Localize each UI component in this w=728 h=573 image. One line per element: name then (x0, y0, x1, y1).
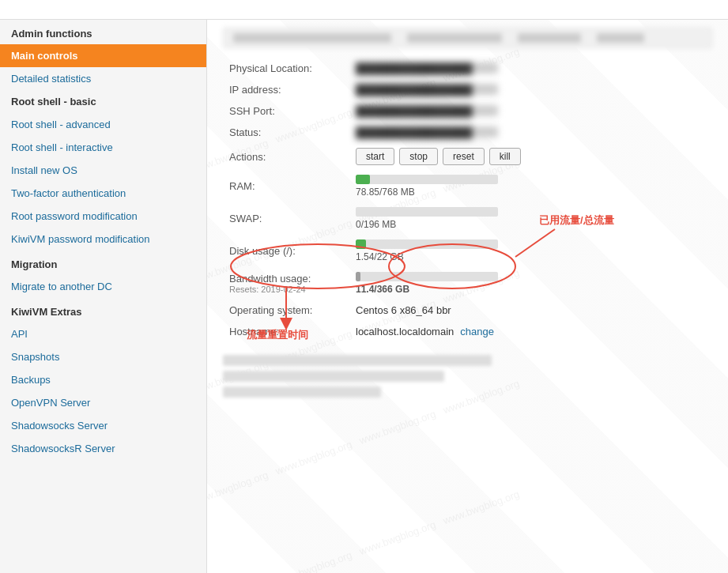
field-value-9: Centos 6 x86_64 bbr (349, 300, 712, 321)
bandwidth-row: Bandwidth usage:Resets: 2019-02-2411.4/3… (223, 267, 712, 300)
progress-bg-6 (356, 207, 498, 217)
field-label-2: SSH Port: (223, 100, 349, 122)
sidebar-section-title-2: KiwiVM Extras (0, 298, 206, 322)
sidebar-item-root-password-modification[interactable]: Root password modification (0, 205, 206, 228)
info-row-10: Hostname:localhost.localdomainchange (223, 321, 712, 342)
sidebar-item-root-shell---interactive[interactable]: Root shell - interactive (0, 136, 206, 159)
sidebar-item-root-shell---basic[interactable]: Root shell - basic (0, 90, 206, 113)
kill-button[interactable]: kill (489, 148, 521, 165)
progress-label-6: 0/196 MB (356, 219, 706, 230)
progress-label-5: 78.85/768 MB (356, 187, 706, 198)
progress-fill-5 (356, 175, 370, 184)
field-label-10: Hostname: (223, 321, 349, 342)
field-label-8: Bandwidth usage:Resets: 2019-02-24 (223, 267, 349, 300)
progress-container-8: 11.4/366 GB (356, 272, 706, 295)
field-value-2: ████████████████ (349, 100, 712, 122)
field-value-6: 0/196 MB (349, 202, 712, 235)
sidebar-section-title-1: Migration (0, 251, 206, 275)
field-value-10: localhost.localdomainchange (349, 321, 712, 342)
sidebar-item-install-new-os[interactable]: Install new OS (0, 159, 206, 182)
progress-label-8: 11.4/366 GB (356, 284, 706, 295)
header (0, 0, 728, 20)
progress-bg-7 (356, 239, 498, 249)
hostname-value: localhost.localdomain (356, 326, 454, 337)
sidebar-item-detailed-statistics[interactable]: Detailed statistics (0, 67, 206, 90)
progress-fill-7 (356, 239, 366, 249)
field-value-1: ████████████████ (349, 79, 712, 100)
progress-fill-8 (356, 272, 360, 281)
info-row-5: RAM:78.85/768 MB (223, 170, 712, 202)
blurred-value-0: ████████████████ (356, 62, 498, 74)
content-area: Physical Location:████████████████IP add… (223, 28, 712, 398)
field-label-0: Physical Location: (223, 58, 349, 79)
sidebar-item-migrate-to-another-dc[interactable]: Migrate to another DC (0, 275, 206, 298)
top-info-bar (223, 28, 712, 48)
blurred-value-3: ████████████████ (356, 126, 498, 138)
info-row-6: SWAP:0/196 MB (223, 202, 712, 235)
field-label-7: Disk usage (/): (223, 235, 349, 267)
sidebar-item-snapshots[interactable]: Snapshots (0, 345, 206, 368)
start-button[interactable]: start (356, 148, 394, 165)
sidebar-item-two-factor-authentication[interactable]: Two-factor authentication (0, 182, 206, 205)
sidebar: Admin functionsMain controlsDetailed sta… (0, 20, 207, 573)
field-label-1: IP address: (223, 79, 349, 100)
main-content: www.bwgblog.org www.bwgblog.org www.bwgb… (207, 20, 728, 573)
blurred-value-1: ████████████████ (356, 84, 498, 95)
field-label-6: SWAP: (223, 202, 349, 235)
sidebar-item-main-controls[interactable]: Main controls (0, 44, 206, 67)
info-row-4: Actions:startstopresetkill (223, 143, 712, 170)
info-row-0: Physical Location:████████████████ (223, 58, 712, 79)
progress-container-5: 78.85/768 MB (356, 175, 706, 198)
sidebar-item-shadowsocks-server[interactable]: Shadowsocks Server (0, 414, 206, 437)
sidebar-item-shadowsocksr-server[interactable]: ShadowsocksR Server (0, 437, 206, 460)
field-value-4: startstopresetkill (349, 143, 712, 170)
blurred-info-2 (407, 33, 502, 43)
field-value-0: ████████████████ (349, 58, 712, 79)
layout: Admin functionsMain controlsDetailed sta… (0, 20, 728, 573)
progress-label-7: 1.54/22 GB (356, 251, 706, 262)
field-value-3: ████████████████ (349, 122, 712, 143)
sidebar-item-api[interactable]: API (0, 322, 206, 345)
sidebar-item-kiwivm-password-modification[interactable]: KiwiVM password modification (0, 228, 206, 251)
blurred-info-3 (518, 33, 581, 43)
field-label-4: Actions: (223, 143, 349, 170)
blurred-row-1 (223, 355, 492, 366)
sidebar-item-backups[interactable]: Backups (0, 368, 206, 391)
blurred-info-4 (597, 33, 644, 43)
sidebar-item-openvpn-server[interactable]: OpenVPN Server (0, 391, 206, 414)
action-buttons-container: startstopresetkill (356, 148, 706, 165)
info-row-3: Status:████████████████ (223, 122, 712, 143)
sidebar-section-title-0: Admin functions (0, 20, 206, 44)
progress-bg-8 (356, 272, 498, 281)
field-value-8: 11.4/366 GB (349, 267, 712, 300)
info-row-2: SSH Port:████████████████ (223, 100, 712, 122)
blurred-row-3 (223, 386, 381, 398)
progress-container-6: 0/196 MB (356, 207, 706, 230)
info-row-9: Operating system:Centos 6 x86_64 bbr (223, 300, 712, 321)
field-value-7: 1.54/22 GB (349, 235, 712, 267)
reset-button[interactable]: reset (443, 148, 485, 165)
info-row-1: IP address:████████████████ (223, 79, 712, 100)
field-label-9: Operating system: (223, 300, 349, 321)
info-row-7: Disk usage (/):1.54/22 GB (223, 235, 712, 267)
sidebar-item-root-shell---advanced[interactable]: Root shell - advanced (0, 113, 206, 136)
hostname-change-link[interactable]: change (460, 326, 494, 337)
field-value-5: 78.85/768 MB (349, 170, 712, 202)
field-label-3: Status: (223, 122, 349, 143)
info-table: Physical Location:████████████████IP add… (223, 58, 712, 342)
progress-bg-5 (356, 175, 498, 184)
blurred-info-1 (233, 33, 391, 43)
progress-container-7: 1.54/22 GB (356, 239, 706, 262)
stop-button[interactable]: stop (399, 148, 438, 165)
blurred-value-2: ████████████████ (356, 105, 498, 116)
bottom-section (223, 355, 712, 398)
blurred-row-2 (223, 371, 444, 382)
field-label-5: RAM: (223, 170, 349, 202)
